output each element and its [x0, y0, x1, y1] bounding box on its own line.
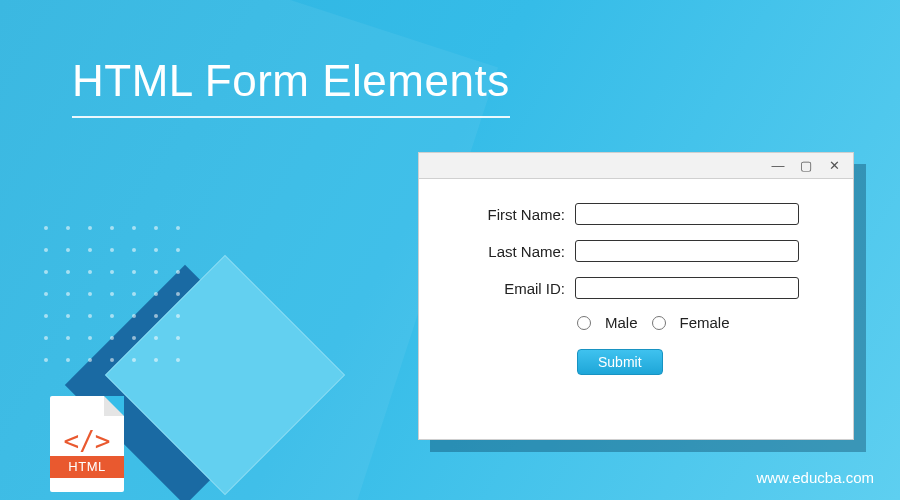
- male-label: Male: [605, 314, 638, 331]
- file-type-label: HTML: [50, 456, 124, 478]
- form-window: — ▢ ✕ First Name: Last Name: Email ID: M…: [418, 152, 854, 440]
- site-url: www.educba.com: [756, 469, 874, 486]
- email-input[interactable]: [575, 277, 799, 299]
- html-file-icon: </> HTML: [50, 396, 124, 492]
- minimize-icon[interactable]: —: [771, 158, 785, 173]
- gender-radio-group: Male Female: [577, 314, 823, 331]
- file-fold-icon: [104, 396, 124, 416]
- email-label: Email ID:: [449, 280, 565, 297]
- first-name-input[interactable]: [575, 203, 799, 225]
- last-name-row: Last Name:: [449, 240, 823, 262]
- close-icon[interactable]: ✕: [827, 158, 841, 173]
- last-name-input[interactable]: [575, 240, 799, 262]
- form-body: First Name: Last Name: Email ID: Male Fe…: [419, 179, 853, 393]
- code-glyph-icon: </>: [50, 426, 124, 456]
- submit-button[interactable]: Submit: [577, 349, 663, 375]
- first-name-row: First Name:: [449, 203, 823, 225]
- female-label: Female: [680, 314, 730, 331]
- last-name-label: Last Name:: [449, 243, 565, 260]
- titlebar: — ▢ ✕: [419, 153, 853, 179]
- page-title: HTML Form Elements: [72, 56, 510, 118]
- maximize-icon[interactable]: ▢: [799, 158, 813, 173]
- first-name-label: First Name:: [449, 206, 565, 223]
- email-row: Email ID:: [449, 277, 823, 299]
- female-radio[interactable]: [652, 316, 666, 330]
- dot-grid-deco: [44, 226, 184, 366]
- male-radio[interactable]: [577, 316, 591, 330]
